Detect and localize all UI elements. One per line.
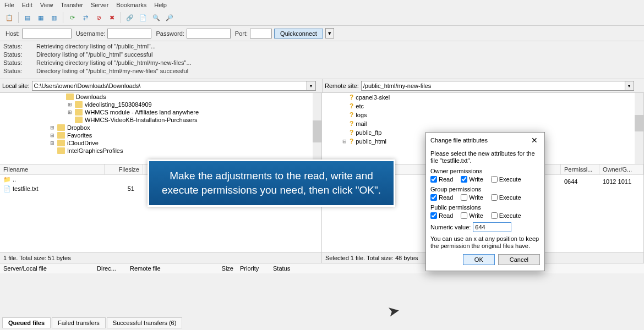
username-input[interactable]: [107, 29, 151, 38]
tree-area: Downloads⊞videolisting_1503084909⊞WHMCS …: [0, 93, 644, 164]
tree-item[interactable]: ?logs: [325, 111, 643, 119]
numeric-value-input[interactable]: [473, 222, 511, 232]
host-label: Host:: [6, 30, 20, 37]
owner-read-checkbox[interactable]: [430, 176, 437, 183]
owner-execute-checkbox[interactable]: [491, 176, 498, 183]
site-manager-icon[interactable]: 📋: [3, 12, 15, 24]
port-input[interactable]: [250, 29, 272, 38]
public-read-checkbox[interactable]: [430, 212, 437, 219]
remote-site-input[interactable]: [361, 81, 625, 91]
status-log: Status:Retrieving directory listing of "…: [0, 41, 644, 79]
username-label: Username:: [76, 30, 106, 37]
tree-item[interactable]: ⊞iCloudDrive: [3, 139, 321, 147]
group-write-checkbox[interactable]: [461, 194, 467, 201]
menu-server[interactable]: Server: [91, 2, 108, 8]
menu-view[interactable]: View: [40, 2, 53, 8]
owner-perm-label: Owner permissions: [430, 168, 540, 174]
reconnect-icon[interactable]: 🔗: [124, 12, 136, 24]
menu-file[interactable]: File: [4, 2, 14, 8]
sites-row: Local site: ▾ Remote site: ▾: [0, 79, 644, 93]
tutorial-tooltip: Make the adjustments to the read, write …: [148, 160, 395, 207]
tree-item[interactable]: ⊞Dropbox: [3, 124, 321, 131]
toolbar: 📋 ▤ ▦ ▥ ⟳ ⇄ ⊘ ✖ 🔗 📄 🔍 🔎: [0, 10, 644, 26]
file-attributes-dialog: Change file attributes ✕ Please select t…: [425, 132, 545, 271]
local-tree[interactable]: Downloads⊞videolisting_1503084909⊞WHMCS …: [0, 93, 322, 164]
ok-button[interactable]: OK: [463, 254, 495, 265]
quickconnect-button[interactable]: Quickconnect: [274, 29, 323, 38]
host-input[interactable]: [22, 29, 72, 38]
numeric-value-label: Numeric value:: [430, 224, 471, 230]
public-execute-checkbox[interactable]: [491, 212, 498, 219]
toggle-log-icon[interactable]: ▤: [21, 12, 34, 24]
dialog-title: Change file attributes: [430, 137, 488, 144]
disconnect-icon[interactable]: ✖: [106, 12, 118, 24]
filter-icon[interactable]: 🔍: [150, 12, 162, 24]
selection-status: 1 file. Total size: 51 bytes Selected 1 …: [0, 252, 644, 263]
toggle-tree-icon[interactable]: ▦: [35, 12, 47, 24]
menu-help[interactable]: Help: [154, 2, 167, 8]
tree-item[interactable]: IntelGraphicsProfiles: [3, 147, 321, 155]
group-read-checkbox[interactable]: [430, 194, 437, 201]
public-write-checkbox[interactable]: [461, 212, 467, 219]
toggle-queue-icon[interactable]: ▥: [48, 12, 60, 24]
menu-transfer[interactable]: Transfer: [61, 2, 83, 8]
tree-item[interactable]: Downloads: [3, 93, 321, 101]
remote-path-dropdown[interactable]: ▾: [625, 81, 634, 91]
col-permissions[interactable]: Permissi...: [561, 164, 599, 174]
tab-successful[interactable]: Successful transfers (6): [107, 317, 183, 328]
tab-queued[interactable]: Queued files: [2, 317, 51, 328]
tree-item[interactable]: ?cpanel3-skel: [325, 93, 643, 102]
menubar: File Edit View Transfer Server Bookmarks…: [0, 0, 644, 10]
group-perm-label: Group permissions: [430, 186, 540, 193]
refresh-icon[interactable]: ⟳: [66, 12, 78, 24]
owner-write-checkbox[interactable]: [461, 176, 467, 183]
tree-item[interactable]: ⊞videolisting_1503084909: [3, 101, 321, 108]
compare-icon[interactable]: 📄: [137, 12, 149, 24]
hint-text: You can use an x at any position to keep…: [430, 235, 540, 250]
group-execute-checkbox[interactable]: [491, 194, 498, 201]
password-label: Password:: [156, 30, 184, 37]
search-icon[interactable]: 🔎: [163, 12, 176, 24]
col-filesize[interactable]: Filesize: [105, 164, 143, 174]
cancel-button[interactable]: Cancel: [498, 254, 540, 265]
col-owner[interactable]: Owner/G...: [599, 164, 643, 174]
local-path-dropdown[interactable]: ▾: [307, 81, 316, 91]
cursor-icon: ➤: [386, 301, 401, 320]
dialog-description: Please select the new attributes for the…: [430, 150, 540, 164]
tree-item[interactable]: ?etc: [325, 102, 643, 111]
local-site-label: Local site:: [2, 82, 30, 89]
public-perm-label: Public permissions: [430, 204, 540, 211]
tree-item[interactable]: ⊞Favorites: [3, 131, 321, 139]
col-filename[interactable]: Filename: [0, 164, 105, 174]
tab-failed[interactable]: Failed transfers: [52, 317, 106, 328]
close-icon[interactable]: ✕: [529, 136, 540, 145]
tree-item[interactable]: ?mail: [325, 119, 643, 128]
local-site-input[interactable]: [32, 81, 307, 91]
tree-item[interactable]: WHMCS-VideoKB-Installation-Purchasers: [3, 116, 321, 124]
queue-headers: Server/Local file Direc... Remote file S…: [0, 263, 644, 273]
connection-bar: Host: Username: Password: Port: Quickcon…: [0, 26, 644, 41]
tree-item[interactable]: ⊞WHMCS module - Affiliates land anywhere: [3, 108, 321, 116]
remote-site-label: Remote site:: [325, 82, 359, 89]
process-queue-icon[interactable]: ⇄: [79, 12, 91, 24]
bottom-tabs: Queued files Failed transfers Successful…: [0, 316, 184, 330]
menu-bookmarks[interactable]: Bookmarks: [116, 2, 146, 8]
port-label: Port:: [235, 30, 248, 37]
quickconnect-dropdown[interactable]: ▾: [325, 28, 334, 38]
cancel-icon[interactable]: ⊘: [92, 12, 105, 24]
password-input[interactable]: [187, 29, 231, 38]
menu-edit[interactable]: Edit: [22, 2, 32, 8]
local-status: 1 file. Total size: 51 bytes: [0, 253, 322, 263]
